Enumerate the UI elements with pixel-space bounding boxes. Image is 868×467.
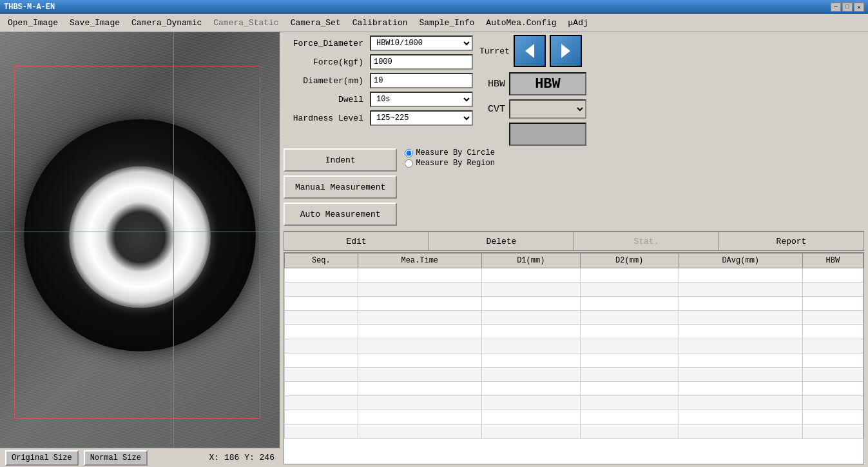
menu-sample-info[interactable]: Sample_Info: [414, 16, 480, 30]
close-button[interactable]: ✕: [854, 3, 864, 12]
cvt-label: CVT: [479, 104, 505, 115]
turret-area: Turret: [479, 35, 864, 67]
force-diameter-select[interactable]: HBW10/1000 HBW5/750 HBW2.5/187.5: [370, 35, 473, 51]
turret-back-button[interactable]: [514, 35, 546, 67]
col-seq: Seq.: [284, 253, 358, 268]
table-body: [284, 268, 863, 439]
hardness-level-label: Hardness Level: [284, 114, 367, 123]
menu-save-image[interactable]: Save_Image: [64, 16, 125, 30]
back-arrow-icon: [520, 41, 539, 61]
image-container[interactable]: [0, 32, 280, 448]
right-col: Turret HBW: [477, 35, 864, 146]
maximize-button[interactable]: □: [842, 3, 853, 12]
cvt-row: CVT: [479, 99, 864, 119]
col-mea-time: Mea.Time: [358, 253, 481, 268]
image-statusbar: Original Size Normal Size X: 186 Y: 246: [0, 448, 280, 467]
manual-measurement-button[interactable]: Manual Measurement: [284, 175, 397, 199]
middle-area: Indent Manual Measurement Auto Measureme…: [284, 148, 864, 226]
microscope-image: [0, 32, 280, 448]
measure-by-region-label: Measure By Region: [416, 159, 494, 168]
title-bar-text: THBS-M-A-EN: [4, 3, 55, 12]
image-panel: Original Size Normal Size X: 186 Y: 246: [0, 32, 280, 467]
data-table: Seq. Mea.Time D1(mm) D2(mm) DAvg(mm) HBW: [284, 253, 863, 439]
table-row[interactable]: [284, 268, 863, 283]
dwell-label: Dwell: [284, 95, 367, 104]
menu-bar: Open_Image Save_Image Camera_Dynamic Cam…: [0, 14, 868, 32]
table-row[interactable]: [284, 368, 863, 382]
stat-button[interactable]: Stat.: [574, 232, 719, 251]
hbw-display: HBW: [509, 72, 586, 95]
force-diameter-row: Force_Diameter HBW10/1000 HBW5/750 HBW2.…: [284, 35, 473, 52]
toolbar-row: Edit Delete Stat. Report: [284, 231, 864, 251]
original-size-button[interactable]: Original Size: [5, 450, 79, 466]
diameter-row: Diameter(mm): [284, 72, 473, 89]
radio-group: Measure By Circle Measure By Region: [405, 148, 494, 168]
edit-button[interactable]: Edit: [284, 232, 429, 251]
dwell-row: Dwell 10s 15s 20s: [284, 91, 473, 108]
table-row[interactable]: [284, 353, 863, 368]
svg-marker-1: [561, 44, 570, 58]
right-panel: Force_Diameter HBW10/1000 HBW5/750 HBW2.…: [280, 32, 868, 467]
measure-by-circle-radio[interactable]: [405, 149, 413, 157]
auto-measurement-button[interactable]: Auto Measurement: [284, 203, 397, 226]
menu-open-image[interactable]: Open_Image: [3, 16, 63, 30]
turret-label: Turret: [479, 46, 510, 56]
table-row[interactable]: [284, 283, 863, 297]
report-button[interactable]: Report: [719, 232, 864, 251]
cvt-value-row: [479, 123, 864, 146]
table-row[interactable]: [284, 311, 863, 325]
hbw-row: HBW HBW: [479, 72, 864, 95]
title-bar: THBS-M-A-EN ─ □ ✕: [0, 0, 868, 14]
col-d1: D1(mm): [481, 253, 580, 268]
svg-marker-0: [525, 44, 534, 58]
hardness-level-row: Hardness Level 125~225 100~200 150~250: [284, 110, 473, 126]
crosshair-horizontal: [0, 232, 280, 232]
data-table-container: Seq. Mea.Time D1(mm) D2(mm) DAvg(mm) HBW: [284, 252, 864, 464]
table-header-row: Seq. Mea.Time D1(mm) D2(mm) DAvg(mm) HBW: [284, 253, 863, 268]
cvt-select[interactable]: [509, 99, 586, 119]
menu-camera-set[interactable]: Camera_Set: [285, 16, 346, 30]
forward-arrow-icon: [556, 41, 575, 61]
hbw-cvt-section: HBW HBW CVT: [479, 72, 864, 146]
indent-button[interactable]: Indent: [284, 148, 397, 172]
measure-by-circle-row: Measure By Circle: [405, 148, 494, 157]
table-row[interactable]: [284, 410, 863, 424]
main-content: Original Size Normal Size X: 186 Y: 246 …: [0, 32, 868, 467]
hardness-level-select[interactable]: 125~225 100~200 150~250: [370, 110, 473, 126]
measure-rectangle: [14, 66, 260, 419]
top-area: Force_Diameter HBW10/1000 HBW5/750 HBW2.…: [284, 35, 864, 146]
col-davg: DAvg(mm): [679, 253, 802, 268]
menu-uadj[interactable]: μAdj: [563, 16, 593, 30]
turret-forward-button[interactable]: [550, 35, 582, 67]
diameter-label: Diameter(mm): [284, 76, 367, 86]
hbw-label: HBW: [479, 79, 505, 90]
table-row[interactable]: [284, 297, 863, 311]
title-bar-buttons: ─ □ ✕: [831, 3, 864, 12]
menu-camera-static[interactable]: Camera_Static: [208, 16, 284, 30]
measure-by-region-row: Measure By Region: [405, 159, 494, 168]
action-buttons-col: Indent Manual Measurement Auto Measureme…: [284, 148, 397, 226]
table-row[interactable]: [284, 396, 863, 410]
form-controls: Force_Diameter HBW10/1000 HBW5/750 HBW2.…: [284, 35, 473, 146]
cvt-value-display: [509, 123, 586, 146]
col-hbw: HBW: [802, 253, 863, 268]
table-row[interactable]: [284, 339, 863, 353]
menu-calibration[interactable]: Calibration: [347, 16, 413, 30]
force-kgf-input[interactable]: [370, 54, 473, 70]
force-kgf-label: Force(kgf): [284, 57, 367, 67]
measure-by-region-radio[interactable]: [405, 159, 413, 168]
minimize-button[interactable]: ─: [831, 3, 841, 12]
table-row[interactable]: [284, 424, 863, 439]
table-row[interactable]: [284, 325, 863, 339]
normal-size-button[interactable]: Normal Size: [84, 450, 148, 466]
diameter-input[interactable]: [370, 73, 473, 88]
dwell-select[interactable]: 10s 15s 20s: [370, 92, 473, 107]
measure-by-circle-label: Measure By Circle: [416, 148, 494, 157]
table-row[interactable]: [284, 382, 863, 396]
menu-automea-config[interactable]: AutoMea.Config: [481, 16, 561, 30]
menu-camera-dynamic[interactable]: Camera_Dynamic: [126, 16, 207, 30]
coordinates-display: X: 186 Y: 246: [209, 453, 275, 462]
force-kgf-row: Force(kgf): [284, 54, 473, 70]
delete-button[interactable]: Delete: [429, 232, 574, 251]
crosshair-vertical: [173, 32, 174, 448]
